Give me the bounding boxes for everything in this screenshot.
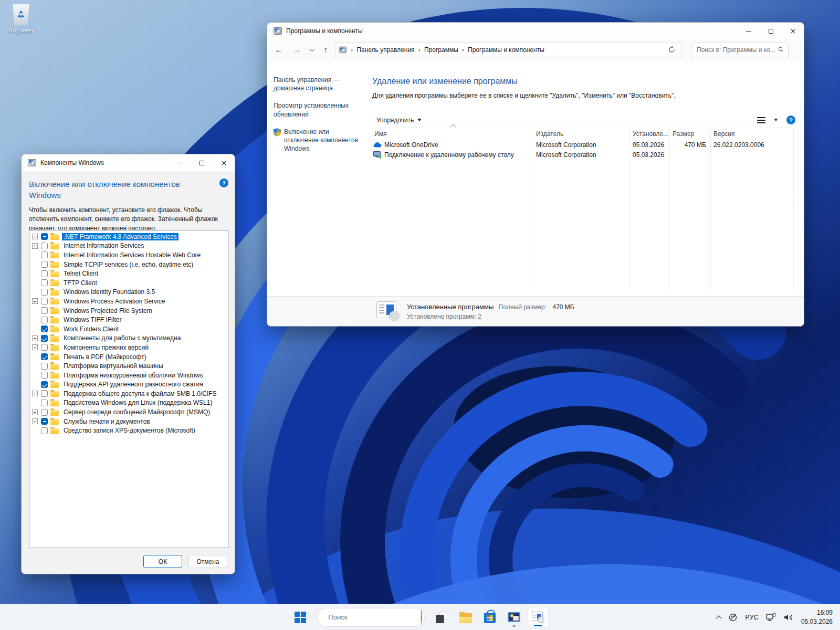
feature-checkbox[interactable]	[41, 317, 48, 323]
feature-checkbox[interactable]	[41, 251, 48, 258]
feature-checkbox[interactable]	[41, 381, 48, 388]
feature-checkbox[interactable]	[41, 409, 48, 416]
sidebar-item-control-panel-home[interactable]: Панель управления — домашняя страница	[274, 76, 363, 92]
feature-item[interactable]: Печать в PDF (Майкрософт)	[29, 352, 228, 362]
expand-plus-icon[interactable]	[32, 391, 38, 396]
start-button[interactable]	[290, 607, 311, 628]
up-button[interactable]: ↑	[323, 45, 328, 55]
feature-checkbox[interactable]	[41, 298, 48, 304]
feature-checkbox[interactable]	[41, 307, 48, 314]
feature-checkbox[interactable]	[41, 289, 48, 296]
programs-features-taskbar-button[interactable]	[528, 607, 549, 628]
tray-crossed-icon[interactable]	[728, 613, 738, 622]
recycle-bin[interactable]: Корзина	[4, 4, 38, 34]
feature-checkbox[interactable]	[41, 326, 48, 332]
feature-item[interactable]: Telnet Client	[29, 269, 228, 278]
feature-item[interactable]: Компоненты для работы с мультимедиа	[29, 334, 228, 343]
feature-item[interactable]: Платформа низкоуровневой оболочки Window…	[29, 371, 228, 380]
display-settings-button[interactable]	[503, 607, 524, 628]
feature-checkbox[interactable]	[41, 270, 48, 277]
tray-overflow-chevron-icon[interactable]	[716, 615, 722, 621]
expand-plus-icon[interactable]	[32, 344, 38, 350]
feature-checkbox[interactable]	[41, 261, 48, 268]
view-dropdown-icon[interactable]	[774, 119, 778, 121]
feature-checkbox[interactable]	[41, 243, 48, 249]
column-header-name[interactable]: Имя	[372, 130, 534, 138]
feature-checkbox[interactable]	[41, 427, 48, 434]
recent-locations-chevron-icon[interactable]	[310, 46, 315, 51]
back-button[interactable]: ←	[275, 45, 283, 55]
feature-item[interactable]: Simple TCPIP services (i.e. echo, daytim…	[29, 260, 228, 269]
feature-checkbox[interactable]	[41, 344, 48, 351]
feature-item[interactable]: Internet Information Services Hostable W…	[29, 250, 228, 260]
feature-checkbox[interactable]	[41, 372, 48, 379]
feature-checkbox[interactable]	[41, 390, 48, 397]
feature-checkbox[interactable]	[41, 418, 48, 425]
expand-plus-icon[interactable]	[32, 298, 38, 304]
feature-item[interactable]: Поддержка API удаленного разностного сжа…	[29, 380, 228, 390]
expand-plus-icon[interactable]	[32, 410, 38, 415]
taskbar-search[interactable]	[317, 608, 425, 627]
file-explorer-button[interactable]	[455, 607, 476, 628]
search-highlight-image[interactable]	[421, 610, 422, 625]
feature-checkbox[interactable]	[41, 400, 48, 406]
features-titlebar[interactable]: Компоненты Windows	[22, 154, 235, 171]
column-header-installed[interactable]: Установле...	[631, 130, 670, 138]
feature-item[interactable]: Work Folders Client	[29, 324, 228, 334]
feature-item[interactable]: Службы печати и документов	[29, 417, 228, 426]
cancel-button[interactable]: Отмена	[188, 555, 227, 568]
minimize-button[interactable]	[738, 23, 760, 39]
volume-icon[interactable]	[784, 613, 794, 622]
feature-item[interactable]: TFTP Client	[29, 278, 228, 288]
breadcrumb-item-programs[interactable]: Программы	[424, 46, 458, 54]
search-input[interactable]	[697, 46, 778, 54]
breadcrumb[interactable]: › Панель управления › Программы › Програ…	[335, 43, 681, 57]
feature-item[interactable]: .NET Framework 4.8 Advanced Services	[29, 232, 228, 242]
ok-button[interactable]: ОК	[143, 555, 182, 568]
feature-checkbox[interactable]	[41, 279, 48, 286]
feature-item[interactable]: Windows Projected File System	[29, 306, 228, 316]
program-row-onedrive[interactable]: Microsoft OneDrive Microsoft Corporation…	[372, 140, 796, 150]
address-dropdown-chevron-icon[interactable]	[657, 48, 660, 51]
sidebar-item-turn-windows-features[interactable]: Включение или отключение компонентов Win…	[274, 128, 363, 153]
task-view-button[interactable]	[431, 607, 452, 628]
search-field[interactable]	[692, 43, 789, 57]
maximize-button[interactable]	[191, 154, 213, 171]
feature-item[interactable]: Платформа виртуальной машины	[29, 361, 228, 371]
expand-plus-icon[interactable]	[32, 335, 38, 341]
feature-item[interactable]: Поддержка общего доступа к файлам SMB 1.…	[29, 389, 228, 398]
expand-plus-icon[interactable]	[32, 418, 38, 424]
breadcrumb-item-control-panel[interactable]: Панель управления	[356, 46, 414, 54]
feature-checkbox[interactable]	[41, 335, 48, 342]
forward-button[interactable]: →	[292, 45, 301, 55]
feature-checkbox[interactable]	[41, 233, 48, 240]
clock[interactable]: 16:09 05.03.2026	[801, 608, 835, 625]
feature-item[interactable]: Подсистема Windows для Linux (поддержка …	[29, 398, 228, 408]
program-row-remote-desktop[interactable]: Подключение к удаленному рабочему столу …	[372, 150, 796, 160]
feature-item[interactable]: Компоненты прежних версий	[29, 343, 228, 352]
minimize-button[interactable]	[169, 154, 191, 171]
feature-checkbox[interactable]	[41, 363, 48, 370]
column-header-size[interactable]: Размер	[670, 130, 711, 138]
feature-item[interactable]: Сервер очереди сообщений Майкрософт (MSM…	[29, 407, 228, 417]
expand-plus-icon[interactable]	[32, 243, 38, 249]
view-details-icon[interactable]	[757, 117, 765, 123]
help-icon[interactable]: ?	[219, 178, 228, 187]
feature-item[interactable]: Internet Information Services	[29, 242, 228, 251]
help-icon[interactable]: ?	[786, 116, 795, 124]
programs-titlebar[interactable]: Программы и компоненты	[267, 23, 804, 39]
column-header-publisher[interactable]: Издатель	[534, 130, 631, 138]
network-icon[interactable]	[766, 613, 776, 622]
feature-item[interactable]: Windows TIFF IFilter	[29, 315, 228, 324]
refresh-icon[interactable]	[668, 46, 676, 54]
microsoft-store-button[interactable]	[479, 607, 500, 628]
feature-item[interactable]: Windows Identity Foundation 3.5	[29, 288, 228, 297]
sidebar-item-view-updates[interactable]: Просмотр установленных обновлений	[274, 101, 363, 118]
breadcrumb-item-programs-features[interactable]: Программы и компоненты	[468, 46, 544, 54]
close-button[interactable]	[213, 154, 235, 171]
feature-item[interactable]: Средство записи XPS-документов (Microsof…	[29, 426, 228, 435]
close-button[interactable]	[782, 23, 804, 39]
taskbar-search-input[interactable]	[328, 613, 421, 621]
organize-button[interactable]: Упорядочить	[372, 117, 426, 124]
maximize-button[interactable]	[760, 23, 782, 39]
